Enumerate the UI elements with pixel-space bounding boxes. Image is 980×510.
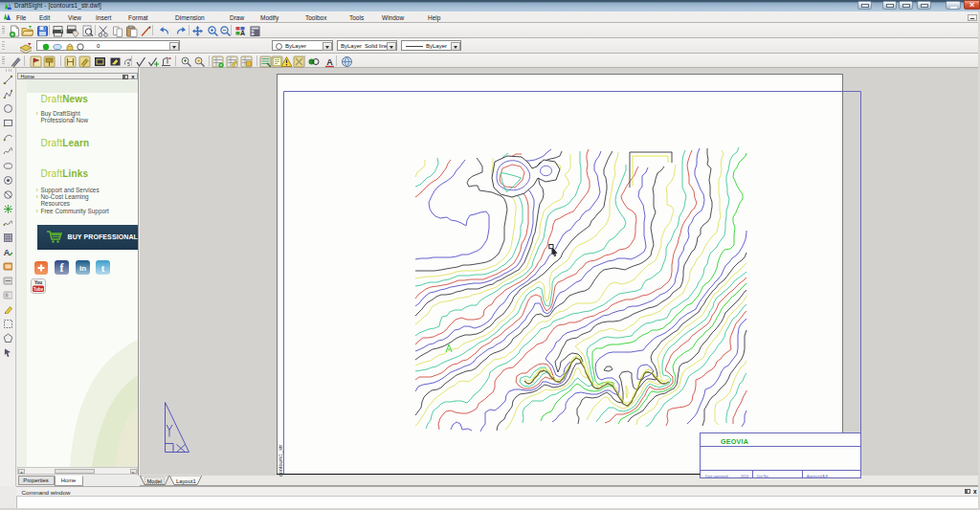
svg-text:Drn No.: Drn No. [757, 475, 768, 478]
svg-text:Layout1: Layout1 [176, 478, 196, 484]
svg-text:Date approved: Date approved [705, 475, 728, 478]
svg-text:GEOVIA: GEOVIA [721, 437, 748, 446]
svg-text:Model: Model [147, 478, 163, 484]
svg-text:Approved A.B: Approved A.B [807, 475, 829, 478]
svg-text:contours1_str: contours1_str [278, 445, 283, 477]
svg-text:2014: 2014 [741, 475, 748, 478]
